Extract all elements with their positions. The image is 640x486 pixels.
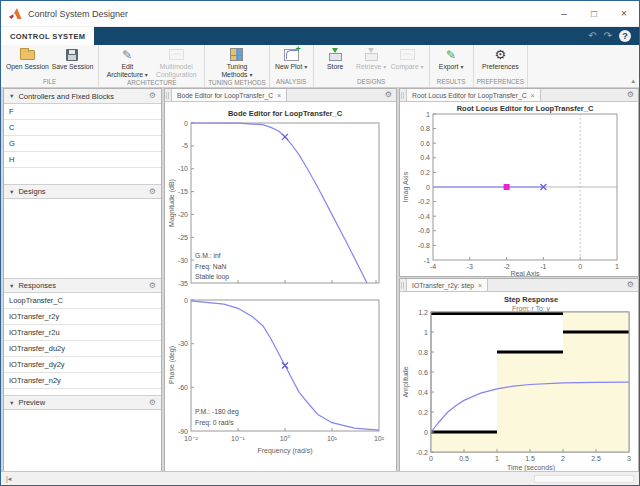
export-icon: ✎ [446,49,456,61]
svg-text:0.6: 0.6 [420,140,430,147]
step-title: Step Response [504,295,558,304]
export-button[interactable]: ✎ Export ▾ [435,47,468,71]
gear-icon[interactable]: ⚙ [149,399,156,407]
gear-icon[interactable]: ⚙ [149,188,156,196]
collapse-caret-icon: ▼ [9,93,14,99]
designs-section: ▼ Designs ⚙ [4,184,161,278]
group-label-tuning-methods: TUNING METHODS [205,79,268,88]
controllers-header[interactable]: ▼ Controllers and Fixed Blocks ⚙ [4,89,161,104]
tab-root-locus[interactable]: Root Locus Editor for LoopTransfer_C × [406,89,541,101]
collapse-ribbon-icon[interactable]: ▴ [631,77,635,85]
svg-text:2.5: 2.5 [591,455,601,462]
drag-grip[interactable] [401,282,404,289]
svg-text:Freq: NaN: Freq: NaN [195,263,226,271]
maximize-button[interactable]: □ [579,1,609,26]
tab-bode-editor[interactable]: Bode Editor for LoopTransfer_C × [171,89,287,101]
controllers-section: ▼ Controllers and Fixed Blocks ⚙ F C G H [4,89,161,184]
close-tab-icon[interactable]: × [478,282,482,289]
dropdown-arrow-icon: ▾ [460,64,463,70]
step-response-plot: Step Response From: r To: y 1.2 1 0.8 0.… [400,292,638,473]
gear-icon[interactable]: ⚙ [149,282,156,290]
list-item[interactable]: IOTransfer_r2y [4,309,161,325]
svg-text:1: 1 [426,111,430,118]
main-area: ▼ Controllers and Fixed Blocks ⚙ F C G H… [1,88,639,471]
root-locus-panel: Root Locus Editor for LoopTransfer_C × ⚙… [399,88,639,277]
redo-icon[interactable]: ↷ [604,31,612,41]
svg-text:1.2: 1.2 [418,309,428,316]
step-subtitle: From: r To: y [512,305,551,313]
toolbar-group-preferences: ⚙ Preferences PREFERENCES [474,45,528,87]
svg-text:-3: -3 [467,263,473,270]
dock-icon[interactable]: |◂ [6,475,11,483]
dropdown-arrow-icon: ▾ [383,64,386,70]
bode-phase-ylabel: Phase (deg) [168,346,176,384]
list-item[interactable]: IOTransfer_dy2y [4,357,161,373]
drag-grip[interactable] [401,92,404,99]
preferences-button[interactable]: ⚙ Preferences [482,47,519,71]
svg-text:10⁰: 10⁰ [280,435,291,442]
svg-text:-0.8: -0.8 [418,242,430,249]
root-locus-tabstrip: Root Locus Editor for LoopTransfer_C × ⚙ [400,89,638,102]
drag-grip[interactable] [166,92,169,99]
svg-text:-0.2: -0.2 [418,198,430,205]
preview-header[interactable]: ▼ Preview ⚙ [4,395,161,410]
edit-architecture-button[interactable]: ✎ Edit Architecture ▾ [104,47,150,79]
bode-xlabel: Frequency (rad/s) [257,447,312,455]
multimodel-configuration-button[interactable]: Multimodel Configuration [153,47,199,79]
tab-step-response[interactable]: IOTransfer_r2y: step × [406,279,488,291]
store-button[interactable]: Store [319,47,352,71]
close-tab-icon[interactable]: × [277,92,281,99]
toolbar-group-designs: Store Retrieve ▾ Compare ▾ DESIGNS [314,45,430,87]
bode-editor-panel: Bode Editor for LoopTransfer_C × ⚙ Bode … [164,88,397,473]
gear-icon[interactable]: ⚙ [385,91,396,99]
svg-text:-4: -4 [430,263,436,270]
responses-header[interactable]: ▼ Responses ⚙ [4,278,161,293]
svg-text:0: 0 [578,263,582,270]
list-item[interactable]: C [4,120,161,136]
multimodel-icon [169,49,184,60]
open-folder-icon [20,50,35,60]
list-item[interactable]: G [4,136,161,152]
closed-loop-pole-marker[interactable] [504,184,510,190]
retrieve-button[interactable]: Retrieve ▾ [355,47,388,71]
collapse-caret-icon: ▼ [9,283,14,289]
undo-icon[interactable]: ↶ [588,31,596,41]
compare-icon [400,49,415,60]
new-plot-button[interactable]: New Plot ▾ [275,47,308,71]
list-item[interactable]: IOTransfer_du2y [4,341,161,357]
tab-control-system[interactable]: CONTROL SYSTEM [1,27,94,45]
save-session-button[interactable]: Save Session [52,47,94,71]
list-item[interactable]: H [4,152,161,168]
svg-text:10⁻²: 10⁻² [184,435,198,442]
open-session-button[interactable]: Open Session [6,47,49,71]
close-button[interactable]: × [609,1,639,26]
list-item[interactable]: IOTransfer_r2u [4,325,161,341]
dropdown-arrow-icon: ▾ [304,64,307,70]
svg-text:1: 1 [495,455,499,462]
list-item[interactable]: LoopTransfer_C [4,293,161,309]
help-icon[interactable]: ? [619,30,631,42]
gear-icon[interactable]: ⚙ [627,281,638,289]
svg-text:P.M.: -180 deg: P.M.: -180 deg [195,408,239,416]
responses-section: ▼ Responses ⚙ LoopTransfer_C IOTransfer_… [4,278,161,395]
svg-text:0.4: 0.4 [418,389,428,396]
edit-architecture-icon: ✎ [122,49,132,61]
svg-text:0.6: 0.6 [418,369,428,376]
svg-text:-90: -90 [178,428,188,435]
gear-icon[interactable]: ⚙ [149,92,156,100]
list-item[interactable]: F [4,104,161,120]
close-tab-icon[interactable]: × [531,92,535,99]
minimize-button[interactable]: – [549,1,579,26]
compare-button[interactable]: Compare ▾ [391,47,424,71]
gear-icon[interactable]: ⚙ [627,91,638,99]
svg-text:1.5: 1.5 [525,455,535,462]
group-label-designs: DESIGNS [314,78,429,87]
designs-header[interactable]: ▼ Designs ⚙ [4,184,161,199]
list-item[interactable]: IOTransfer_n2y [4,373,161,389]
svg-text:Stable loop: Stable loop [195,273,229,281]
save-disk-icon [66,49,78,61]
svg-text:-30: -30 [178,257,188,264]
tuning-methods-button[interactable]: Tuning Methods ▾ [214,47,260,79]
svg-text:0.8: 0.8 [420,125,430,132]
toolbar-group-analysis: New Plot ▾ ANALYSIS [270,45,314,87]
